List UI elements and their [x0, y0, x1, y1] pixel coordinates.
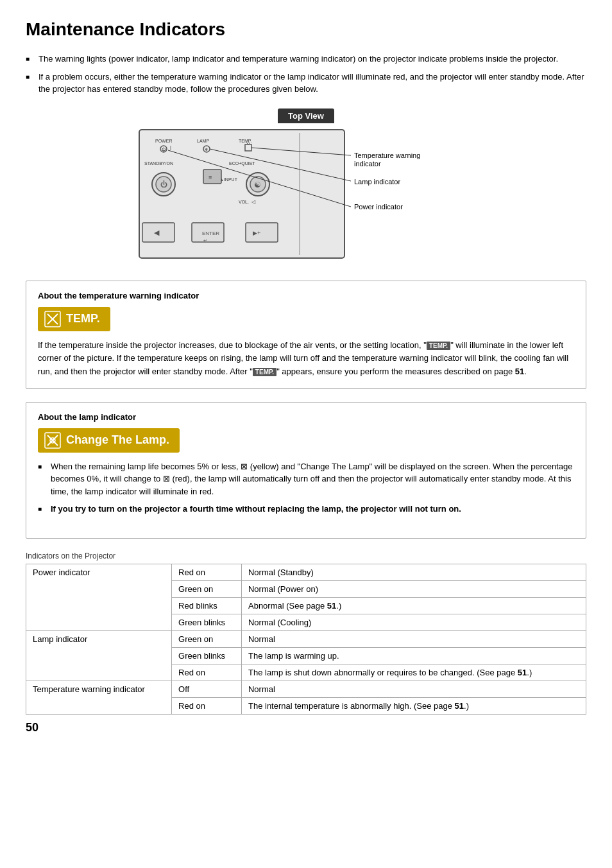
lamp-icon-svg — [44, 432, 61, 449]
lamp-bullet-1: When the remaining lamp life becomes 5% … — [38, 460, 574, 498]
svg-text:↵: ↵ — [203, 238, 207, 243]
svg-text:▶+: ▶+ — [253, 230, 260, 236]
temp-status-red-on: Red on — [172, 697, 242, 714]
page-title: Maintenance Indicators — [26, 19, 586, 40]
table-row: Temperature warning indicator Off Normal — [26, 681, 586, 697]
desc-abnormal: Abnormal (See page 51.) — [241, 597, 586, 614]
top-view-label: Top View — [278, 108, 334, 123]
temp-icon-svg — [44, 311, 61, 327]
lamp-display: Change The Lamp. — [38, 428, 180, 453]
svg-text:|: | — [170, 145, 171, 150]
status-red-blinks: Red blinks — [172, 597, 242, 614]
temp-box-title: About the temperature warning indicator — [38, 291, 574, 300]
ref-51-temp: 51 — [455, 701, 464, 711]
temp-body: If the temperature inside the projector … — [38, 339, 574, 379]
lamp-display-text: Change The Lamp. — [66, 433, 169, 447]
svg-text:STANDBY/ON: STANDBY/ON — [144, 161, 173, 166]
table-row: Lamp indicator Green on Normal — [26, 630, 586, 647]
svg-rect-31 — [246, 223, 278, 242]
svg-text:◁: ◁ — [251, 199, 256, 205]
lamp-indicator-label: Lamp indicator — [26, 630, 172, 681]
svg-text:Power indicator: Power indicator — [354, 203, 403, 211]
lamp-desc-shutdown: The lamp is shut down abnormally or requ… — [241, 664, 586, 681]
svg-text:ECO+QUIET: ECO+QUIET — [229, 161, 255, 166]
svg-text:POWER: POWER — [155, 139, 172, 143]
svg-text:LAMP: LAMP — [197, 139, 209, 143]
svg-text:indicator: indicator — [354, 160, 381, 168]
temp-display-text: TEMP. — [66, 312, 100, 326]
svg-text:ENTER: ENTER — [202, 230, 219, 236]
table-row: Power indicator Red on Normal (Standby) — [26, 564, 586, 580]
page-number: 50 — [26, 721, 586, 734]
temp-warning-box: About the temperature warning indicator … — [26, 281, 586, 389]
svg-text:⏻: ⏻ — [160, 180, 167, 188]
projector-top-view-svg: POWER ⏻ | LAMP ✽ TEMP. STA — [120, 123, 492, 265]
svg-text:Lamp indicator: Lamp indicator — [354, 178, 400, 186]
svg-text:Temperature warning: Temperature warning — [354, 152, 420, 159]
ref-51-abnormal: 51 — [327, 601, 336, 611]
svg-text:☯: ☯ — [254, 180, 261, 189]
svg-text:✽: ✽ — [205, 148, 208, 152]
projector-diagram: POWER ⏻ | LAMP ✽ TEMP. STA — [120, 123, 492, 265]
diagram-section: Top View POWER ⏻ | LAMP ✽ TEM — [26, 108, 586, 265]
desc-normal-poweron: Normal (Power on) — [241, 580, 586, 597]
lamp-status-green-on: Green on — [172, 630, 242, 647]
status-red-on: Red on — [172, 564, 242, 580]
lamp-status-red-on: Red on — [172, 664, 242, 681]
temp-inline-2: TEMP. — [253, 368, 276, 376]
desc-normal-cooling: Normal (Cooling) — [241, 614, 586, 630]
lamp-bullet-2: If you try to turn on the projector a fo… — [38, 503, 574, 516]
lamp-box-title: About the lamp indicator — [38, 412, 574, 422]
svg-text:⏻: ⏻ — [162, 147, 166, 152]
power-indicator-label: Power indicator — [26, 564, 172, 630]
intro-bullets: The warning lights (power indicator, lam… — [26, 53, 586, 96]
bullet-1: The warning lights (power indicator, lam… — [26, 53, 586, 65]
temp-indicator-label: Temperature warning indicator — [26, 681, 172, 714]
svg-rect-19 — [203, 169, 221, 184]
status-green-on: Green on — [172, 580, 242, 597]
desc-normal-standby: Normal (Standby) — [241, 564, 586, 580]
bullet-2: If a problem occurs, either the temperat… — [26, 71, 586, 96]
lamp-desc-warming: The lamp is warming up. — [241, 647, 586, 664]
lamp-indicator-box: About the lamp indicator Change The Lamp… — [26, 402, 586, 539]
temp-display: TEMP. — [38, 307, 110, 331]
lamp-status-green-blinks: Green blinks — [172, 647, 242, 664]
temp-desc-normal: Normal — [241, 681, 586, 697]
ref-51-lamp: 51 — [518, 668, 527, 677]
status-green-blinks: Green blinks — [172, 614, 242, 630]
svg-text:≡: ≡ — [208, 174, 212, 180]
temp-desc-high: The internal temperature is abnormally h… — [241, 697, 586, 714]
temp-status-off: Off — [172, 681, 242, 697]
lamp-bullets: When the remaining lamp life becomes 5% … — [38, 460, 574, 516]
svg-text:◀: ◀ — [154, 229, 160, 236]
diagram-wrapper: Top View POWER ⏻ | LAMP ✽ TEM — [120, 108, 492, 265]
temp-inline-1: TEMP. — [427, 342, 450, 350]
svg-text:VOL.: VOL. — [239, 200, 249, 204]
svg-text:▲INPUT: ▲INPUT — [219, 177, 238, 182]
lamp-desc-normal: Normal — [241, 630, 586, 647]
indicators-table: Power indicator Red on Normal (Standby) … — [26, 564, 586, 715]
page-ref-51-temp: 51 — [515, 367, 524, 376]
table-section: Indicators on the Projector Power indica… — [26, 551, 586, 715]
table-title: Indicators on the Projector — [26, 551, 586, 560]
